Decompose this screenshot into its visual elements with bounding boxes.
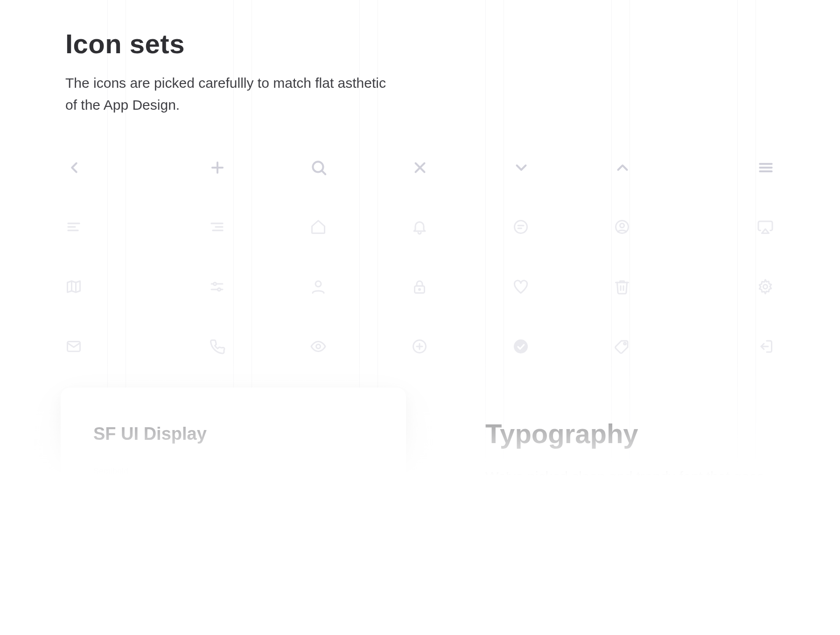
svg-point-15 xyxy=(515,221,527,233)
search-icon xyxy=(310,159,328,176)
trash-icon xyxy=(614,278,631,296)
svg-point-25 xyxy=(213,282,216,285)
lock-icon xyxy=(411,278,429,296)
chat-icon xyxy=(512,219,530,236)
tag-icon xyxy=(614,338,631,356)
chevron-down-icon xyxy=(512,159,530,176)
svg-point-27 xyxy=(217,288,220,291)
chevron-up-icon xyxy=(614,159,631,176)
weight-semibold-sample: ABCDEFGHIJKLMNOPQRSTUVWXYZ xyxy=(93,481,373,496)
weight-light-sample: 1234567890 xyxy=(93,571,373,586)
typography-block: Typography We've picked clean and trendy… xyxy=(485,418,775,531)
user-icon xyxy=(310,278,328,296)
align-left-icon xyxy=(65,219,83,236)
check-circle-filled-icon xyxy=(512,338,530,356)
svg-point-35 xyxy=(316,345,320,349)
airplay-icon xyxy=(757,219,775,236)
svg-point-30 xyxy=(419,289,420,290)
font-name: SF UI Display xyxy=(93,424,373,444)
font-card: SF UI Display Semibold ABCDEFGHIJKLMNOPQ… xyxy=(61,388,406,635)
svg-point-28 xyxy=(315,281,321,287)
svg-line-3 xyxy=(322,171,325,174)
home-icon xyxy=(310,219,328,236)
svg-point-40 xyxy=(624,343,626,345)
sliders-icon xyxy=(209,278,226,296)
iconsets-title: Icon sets xyxy=(65,28,392,59)
settings-icon xyxy=(757,278,775,296)
menu-icon xyxy=(757,159,775,176)
weight-light-label: Light xyxy=(93,557,373,566)
phone-icon xyxy=(209,338,226,356)
weight-semibold-label: Semibold xyxy=(93,466,373,476)
weight-regular-label: Regular xyxy=(93,512,373,522)
map-icon xyxy=(65,278,83,296)
svg-marker-20 xyxy=(762,229,769,233)
plus-icon xyxy=(209,159,226,176)
chevron-left-icon xyxy=(65,159,83,176)
weight-regular-sample: abcdefghijklmnopqrstuvwxyz xyxy=(93,526,373,541)
typography-body: We've picked clean and trendy font that … xyxy=(485,466,775,531)
iconsets-subtitle: The icons are picked carefullly to match… xyxy=(65,72,392,116)
svg-marker-21 xyxy=(68,281,80,292)
plus-circle-icon xyxy=(411,338,429,356)
eye-icon xyxy=(310,338,328,356)
heart-icon xyxy=(512,278,530,296)
bell-icon xyxy=(411,219,429,236)
svg-point-33 xyxy=(763,285,767,289)
typography-title: Typography xyxy=(485,418,775,449)
svg-point-39 xyxy=(514,339,528,353)
mail-icon xyxy=(65,338,83,356)
close-icon xyxy=(411,159,429,176)
profile-circle-icon xyxy=(614,219,631,236)
svg-point-19 xyxy=(620,224,624,228)
align-right-icon xyxy=(209,219,226,236)
logout-icon xyxy=(757,338,775,356)
icon-grid xyxy=(65,159,775,356)
iconsets-header: Icon sets The icons are picked carefulll… xyxy=(65,28,392,116)
